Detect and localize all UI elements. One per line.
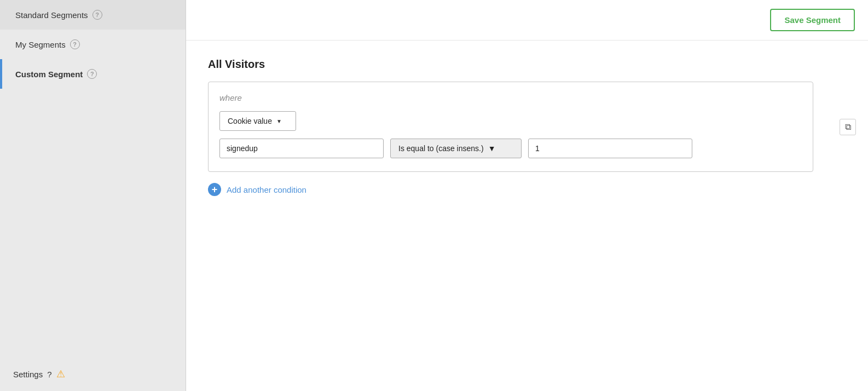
sidebar: Standard Segments ? My Segments ? Custom…: [0, 0, 186, 391]
operator-label: Is equal to (case insens.): [398, 144, 484, 153]
section-title: All Visitors: [208, 58, 846, 71]
main-header: Save Segment: [186, 0, 868, 41]
help-icon[interactable]: ?: [70, 39, 80, 49]
cookie-name-input[interactable]: [219, 139, 384, 158]
sidebar-item-label: Standard Segments: [15, 10, 88, 20]
add-condition-row: + Add another condition: [208, 183, 846, 196]
main-content: Save Segment All Visitors where Cookie v…: [186, 0, 868, 391]
copy-condition-button[interactable]: ⧉: [840, 119, 856, 135]
sidebar-item-my-segments[interactable]: My Segments ?: [0, 30, 186, 59]
operator-dropdown[interactable]: Is equal to (case insens.) ▼: [390, 139, 522, 158]
condition-type-dropdown[interactable]: Cookie value ▼: [219, 111, 296, 131]
condition-value-input[interactable]: [528, 139, 692, 158]
where-label: where: [219, 93, 802, 102]
condition-block: where Cookie value ▼ Is equal to (case i…: [208, 82, 813, 172]
sidebar-item-standard-segments[interactable]: Standard Segments ?: [0, 0, 186, 30]
add-condition-label[interactable]: Add another condition: [227, 185, 306, 194]
sidebar-item-label: Custom Segment: [15, 70, 83, 79]
save-segment-button[interactable]: Save Segment: [770, 9, 855, 31]
dropdown-arrow-icon: ▼: [276, 118, 282, 124]
add-condition-icon[interactable]: +: [208, 183, 221, 196]
settings-label: Settings: [13, 370, 43, 379]
condition-type-label: Cookie value: [228, 117, 272, 125]
condition-value-row: Is equal to (case insens.) ▼: [219, 139, 802, 158]
main-body: All Visitors where Cookie value ▼ Is equ…: [186, 41, 868, 391]
warning-icon: ⚠: [56, 368, 65, 380]
help-icon[interactable]: ?: [92, 10, 102, 20]
sidebar-item-label: My Segments: [15, 40, 66, 49]
copy-icon: ⧉: [845, 122, 851, 132]
condition-type-row: Cookie value ▼: [219, 111, 802, 131]
settings-help-icon[interactable]: ?: [47, 370, 51, 379]
plus-icon: +: [212, 184, 218, 196]
operator-dropdown-arrow-icon: ▼: [488, 144, 496, 153]
help-icon[interactable]: ?: [87, 69, 97, 79]
sidebar-bottom-settings: Settings ? ⚠: [0, 357, 186, 391]
sidebar-item-custom-segment[interactable]: Custom Segment ?: [0, 59, 186, 89]
